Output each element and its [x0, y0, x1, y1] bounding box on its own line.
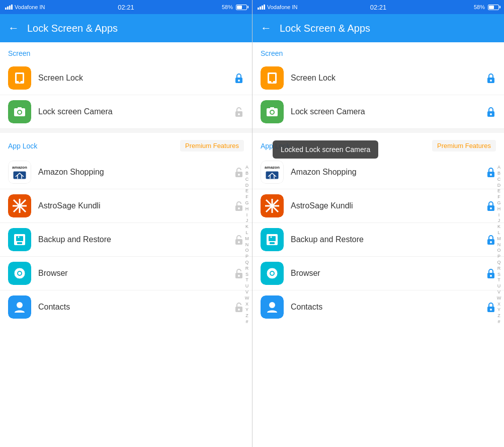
alpha-letter-S[interactable]: S	[245, 272, 248, 277]
list-item-backup[interactable]: Backup and Restore	[253, 223, 504, 257]
alpha-letter-V[interactable]: V	[245, 289, 248, 295]
alpha-letter-U[interactable]: U	[497, 283, 501, 289]
list-item-amazon[interactable]: amazon Amazon Shopping	[253, 156, 504, 189]
premium-features-button[interactable]: Premium Features	[432, 140, 496, 152]
alphabet-index: ABCDEFGHIJKLMNOPQRSTUVWXYZ#	[242, 42, 252, 447]
alpha-letter-L[interactable]: L	[245, 230, 248, 236]
item-name-contacts: Contacts	[38, 303, 234, 312]
alpha-letter-X[interactable]: X	[497, 302, 500, 307]
alpha-letter-C[interactable]: C	[245, 177, 249, 182]
svg-rect-61	[270, 242, 275, 244]
alpha-letter-B[interactable]: B	[245, 171, 248, 176]
list-item-lock-camera[interactable]: Lock screen Camera	[253, 95, 504, 129]
back-button[interactable]: ←	[8, 23, 19, 34]
alpha-letter-K[interactable]: K	[245, 224, 248, 230]
item-name-backup: Backup and Restore	[291, 235, 486, 244]
alpha-letter-K[interactable]: K	[497, 224, 500, 230]
alpha-letter-O[interactable]: O	[497, 248, 500, 253]
app-icon-astro	[261, 194, 284, 217]
alpha-letter-W[interactable]: W	[497, 295, 501, 301]
alpha-letter-X[interactable]: X	[245, 302, 248, 307]
svg-point-2	[19, 81, 21, 83]
battery-percent: 58%	[222, 4, 233, 10]
time-label: 02:21	[370, 4, 387, 11]
alpha-letter-#[interactable]: #	[245, 319, 248, 325]
alpha-letter-J[interactable]: J	[246, 218, 248, 224]
alpha-letter-H[interactable]: H	[497, 206, 501, 212]
alpha-letter-I[interactable]: I	[246, 212, 248, 218]
alpha-letter-Y[interactable]: Y	[245, 307, 248, 313]
alpha-letter-P[interactable]: P	[245, 254, 248, 259]
app-bar: ← Lock Screen & Apps	[253, 14, 504, 42]
svg-point-25	[18, 237, 20, 238]
alpha-letter-M[interactable]: M	[245, 236, 249, 242]
item-name-browser: Browser	[38, 269, 234, 278]
alpha-letter-B[interactable]: B	[497, 171, 500, 176]
alpha-letter-F[interactable]: F	[497, 194, 500, 200]
alpha-letter-Z[interactable]: Z	[497, 313, 500, 319]
alpha-letter-D[interactable]: D	[497, 183, 501, 188]
svg-point-68	[271, 272, 274, 275]
battery-icon	[236, 5, 247, 10]
list-item-contacts[interactable]: Contacts	[253, 290, 504, 324]
alpha-letter-Z[interactable]: Z	[245, 313, 248, 319]
alpha-letter-A[interactable]: A	[497, 165, 500, 170]
alpha-letter-U[interactable]: U	[245, 283, 249, 289]
phone-panel-left: Vodafone IN 02:21 58% ← Lock Screen & Ap…	[0, 0, 252, 447]
list-item-contacts[interactable]: Contacts	[0, 290, 252, 324]
section-header-screen: Screen	[0, 42, 252, 61]
alpha-letter-R[interactable]: R	[497, 266, 501, 271]
alpha-letter-P[interactable]: P	[497, 254, 500, 259]
alpha-letter-J[interactable]: J	[498, 218, 500, 224]
list-item-screen-lock[interactable]: Screen Lock	[0, 61, 252, 95]
alpha-letter-D[interactable]: D	[245, 183, 249, 188]
carrier-label: Vodafone IN	[267, 4, 298, 10]
list-item-browser[interactable]: Browser	[0, 257, 252, 290]
alpha-letter-H[interactable]: H	[245, 206, 249, 212]
alpha-letter-Q[interactable]: Q	[497, 260, 500, 265]
alpha-letter-W[interactable]: W	[245, 295, 249, 301]
list-item-astro[interactable]: AstroSage Kundli	[0, 189, 252, 223]
alpha-letter-T[interactable]: T	[245, 277, 248, 283]
app-bar-title: Lock Screen & Apps	[27, 23, 118, 34]
alpha-letter-S[interactable]: S	[497, 272, 500, 277]
alpha-letter-L[interactable]: L	[497, 230, 500, 236]
alpha-letter-#[interactable]: #	[497, 319, 500, 325]
alpha-letter-C[interactable]: C	[497, 177, 501, 182]
list-item-backup[interactable]: Backup and Restore	[0, 223, 252, 257]
alpha-letter-F[interactable]: F	[245, 194, 248, 200]
alpha-letter-A[interactable]: A	[245, 165, 248, 170]
list-item-browser[interactable]: Browser	[253, 257, 504, 290]
list-item-amazon[interactable]: amazon Amazon Shopping	[0, 156, 252, 189]
alpha-letter-N[interactable]: N	[497, 242, 501, 248]
alpha-letter-R[interactable]: R	[245, 266, 249, 271]
svg-rect-8	[18, 107, 22, 109]
status-left: Vodafone IN	[258, 4, 298, 10]
alpha-letter-Q[interactable]: Q	[245, 260, 248, 265]
alpha-letter-N[interactable]: N	[245, 242, 249, 248]
app-icon-browser	[8, 262, 31, 285]
back-button[interactable]: ←	[261, 23, 272, 34]
alpha-letter-Y[interactable]: Y	[497, 307, 500, 313]
premium-features-button[interactable]: Premium Features	[180, 140, 244, 152]
applock-title: App Lock	[261, 142, 290, 150]
alpha-letter-V[interactable]: V	[497, 289, 500, 295]
alpha-letter-I[interactable]: I	[498, 212, 500, 218]
alpha-letter-G[interactable]: G	[497, 200, 500, 206]
alpha-letter-G[interactable]: G	[245, 200, 248, 206]
alpha-letter-T[interactable]: T	[497, 277, 500, 283]
svg-point-70	[490, 275, 492, 277]
alpha-letter-O[interactable]: O	[245, 248, 248, 253]
svg-rect-24	[17, 242, 22, 244]
app-icon-backup	[261, 228, 284, 251]
alpha-letter-M[interactable]: M	[497, 236, 501, 242]
list-item-astro[interactable]: AstroSage Kundli	[253, 189, 504, 223]
alpha-letter-E[interactable]: E	[245, 188, 248, 194]
alpha-letter-E[interactable]: E	[497, 188, 500, 194]
list-item-lock-camera[interactable]: Lock screen Camera	[0, 95, 252, 129]
carrier-label: Vodafone IN	[15, 4, 45, 10]
svg-rect-38	[269, 74, 275, 81]
svg-point-52	[490, 174, 492, 176]
list-item-screen-lock[interactable]: Screen Lock	[253, 61, 504, 95]
svg-point-64	[490, 241, 492, 243]
